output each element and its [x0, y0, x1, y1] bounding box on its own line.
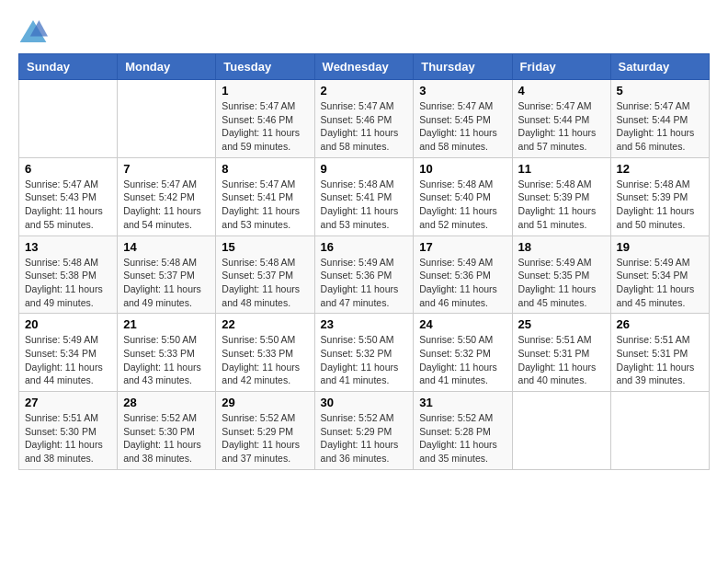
calendar-week-5: 27 Sunrise: 5:51 AM Sunset: 5:30 PM Dayl… [19, 392, 710, 470]
day-number: 26 [617, 317, 703, 331]
day-info: Sunrise: 5:47 AM Sunset: 5:41 PM Dayligh… [222, 178, 308, 232]
sunset-text: Sunset: 5:41 PM [222, 191, 293, 202]
day-info: Sunrise: 5:47 AM Sunset: 5:42 PM Dayligh… [123, 178, 210, 232]
day-number: 20 [25, 317, 111, 331]
daylight-text: Daylight: 11 hours and 45 minutes. [518, 283, 597, 308]
sunset-text: Sunset: 5:36 PM [419, 270, 491, 281]
sunrise-text: Sunrise: 5:47 AM [123, 178, 197, 190]
day-number: 28 [123, 396, 210, 409]
page-header [18, 18, 710, 44]
day-info: Sunrise: 5:48 AM Sunset: 5:38 PM Dayligh… [25, 256, 111, 310]
daylight-text: Daylight: 11 hours and 38 minutes. [123, 439, 201, 464]
daylight-text: Daylight: 11 hours and 55 minutes. [25, 205, 103, 230]
sunset-text: Sunset: 5:36 PM [321, 270, 392, 281]
day-number: 29 [222, 396, 308, 409]
sunset-text: Sunset: 5:29 PM [321, 426, 392, 437]
sunrise-text: Sunrise: 5:51 AM [518, 334, 592, 345]
day-info: Sunrise: 5:47 AM Sunset: 5:46 PM Dayligh… [222, 99, 308, 154]
sunrise-text: Sunrise: 5:48 AM [617, 178, 690, 190]
sunrise-text: Sunrise: 5:49 AM [617, 257, 690, 268]
sunrise-text: Sunrise: 5:49 AM [321, 257, 394, 268]
calendar-cell: 27 Sunrise: 5:51 AM Sunset: 5:30 PM Dayl… [19, 392, 118, 470]
column-header-thursday: Thursday [414, 54, 512, 80]
day-info: Sunrise: 5:48 AM Sunset: 5:37 PM Dayligh… [222, 256, 308, 310]
sunrise-text: Sunrise: 5:48 AM [321, 178, 394, 190]
sunset-text: Sunset: 5:34 PM [25, 348, 97, 359]
sunset-text: Sunset: 5:28 PM [419, 426, 491, 437]
daylight-text: Daylight: 11 hours and 47 minutes. [321, 283, 399, 308]
daylight-text: Daylight: 11 hours and 59 minutes. [222, 127, 300, 152]
calendar-cell: 5 Sunrise: 5:47 AM Sunset: 5:44 PM Dayli… [610, 80, 709, 158]
calendar-cell: 10 Sunrise: 5:48 AM Sunset: 5:40 PM Dayl… [414, 157, 512, 236]
sunrise-text: Sunrise: 5:50 AM [123, 334, 197, 345]
day-info: Sunrise: 5:48 AM Sunset: 5:39 PM Dayligh… [617, 178, 703, 232]
calendar-cell [118, 80, 216, 158]
daylight-text: Daylight: 11 hours and 50 minutes. [617, 205, 695, 230]
logo-icon [18, 18, 48, 44]
day-number: 5 [617, 84, 703, 98]
sunrise-text: Sunrise: 5:48 AM [123, 257, 197, 268]
sunrise-text: Sunrise: 5:47 AM [222, 178, 295, 190]
day-info: Sunrise: 5:49 AM Sunset: 5:35 PM Dayligh… [518, 256, 605, 310]
day-info: Sunrise: 5:49 AM Sunset: 5:36 PM Dayligh… [419, 256, 506, 310]
day-number: 13 [25, 240, 111, 254]
sunrise-text: Sunrise: 5:48 AM [222, 257, 295, 268]
sunset-text: Sunset: 5:44 PM [518, 114, 590, 125]
day-info: Sunrise: 5:52 AM Sunset: 5:30 PM Dayligh… [123, 411, 210, 465]
day-info: Sunrise: 5:52 AM Sunset: 5:29 PM Dayligh… [321, 411, 408, 465]
day-number: 12 [617, 162, 703, 176]
sunrise-text: Sunrise: 5:52 AM [123, 412, 197, 423]
day-info: Sunrise: 5:47 AM Sunset: 5:45 PM Dayligh… [419, 99, 506, 154]
calendar-cell: 20 Sunrise: 5:49 AM Sunset: 5:34 PM Dayl… [19, 314, 118, 392]
day-info: Sunrise: 5:47 AM Sunset: 5:43 PM Dayligh… [25, 178, 111, 232]
calendar-cell: 24 Sunrise: 5:50 AM Sunset: 5:32 PM Dayl… [414, 314, 512, 392]
calendar-cell: 22 Sunrise: 5:50 AM Sunset: 5:33 PM Dayl… [216, 314, 314, 392]
day-number: 9 [321, 162, 408, 176]
daylight-text: Daylight: 11 hours and 49 minutes. [123, 283, 201, 308]
sunrise-text: Sunrise: 5:52 AM [321, 412, 394, 423]
daylight-text: Daylight: 11 hours and 35 minutes. [419, 439, 497, 464]
daylight-text: Daylight: 11 hours and 37 minutes. [222, 439, 300, 464]
day-number: 31 [419, 396, 506, 409]
day-number: 8 [222, 162, 308, 176]
daylight-text: Daylight: 11 hours and 40 minutes. [518, 362, 597, 386]
day-number: 18 [518, 240, 605, 254]
calendar-cell: 31 Sunrise: 5:52 AM Sunset: 5:28 PM Dayl… [414, 392, 512, 470]
calendar-week-1: 1 Sunrise: 5:47 AM Sunset: 5:46 PM Dayli… [19, 80, 710, 158]
day-info: Sunrise: 5:50 AM Sunset: 5:33 PM Dayligh… [222, 333, 308, 387]
sunrise-text: Sunrise: 5:47 AM [419, 100, 493, 111]
day-info: Sunrise: 5:52 AM Sunset: 5:28 PM Dayligh… [419, 411, 506, 465]
day-info: Sunrise: 5:51 AM Sunset: 5:31 PM Dayligh… [518, 333, 605, 387]
calendar-cell: 2 Sunrise: 5:47 AM Sunset: 5:46 PM Dayli… [314, 80, 414, 158]
calendar-cell: 14 Sunrise: 5:48 AM Sunset: 5:37 PM Dayl… [118, 236, 216, 314]
calendar-week-2: 6 Sunrise: 5:47 AM Sunset: 5:43 PM Dayli… [19, 157, 710, 236]
sunrise-text: Sunrise: 5:50 AM [222, 334, 295, 345]
day-number: 27 [25, 396, 111, 409]
sunset-text: Sunset: 5:30 PM [25, 426, 97, 437]
sunrise-text: Sunrise: 5:48 AM [419, 178, 493, 190]
sunset-text: Sunset: 5:46 PM [222, 114, 293, 125]
sunrise-text: Sunrise: 5:51 AM [25, 412, 98, 423]
calendar-cell: 13 Sunrise: 5:48 AM Sunset: 5:38 PM Dayl… [19, 236, 118, 314]
daylight-text: Daylight: 11 hours and 48 minutes. [222, 283, 300, 308]
sunset-text: Sunset: 5:29 PM [222, 426, 293, 437]
day-number: 4 [518, 84, 605, 98]
day-info: Sunrise: 5:51 AM Sunset: 5:31 PM Dayligh… [617, 333, 703, 387]
day-number: 19 [617, 240, 703, 254]
sunrise-text: Sunrise: 5:49 AM [419, 257, 493, 268]
calendar-cell: 21 Sunrise: 5:50 AM Sunset: 5:33 PM Dayl… [118, 314, 216, 392]
calendar-cell: 8 Sunrise: 5:47 AM Sunset: 5:41 PM Dayli… [216, 157, 314, 236]
day-info: Sunrise: 5:50 AM Sunset: 5:33 PM Dayligh… [123, 333, 210, 387]
calendar-cell: 1 Sunrise: 5:47 AM Sunset: 5:46 PM Dayli… [216, 80, 314, 158]
day-info: Sunrise: 5:47 AM Sunset: 5:46 PM Dayligh… [321, 99, 408, 154]
day-number: 1 [222, 84, 308, 98]
calendar-cell: 29 Sunrise: 5:52 AM Sunset: 5:29 PM Dayl… [216, 392, 314, 470]
calendar-cell: 26 Sunrise: 5:51 AM Sunset: 5:31 PM Dayl… [610, 314, 709, 392]
logo [18, 18, 50, 44]
daylight-text: Daylight: 11 hours and 41 minutes. [321, 362, 399, 386]
sunset-text: Sunset: 5:39 PM [617, 191, 688, 202]
day-info: Sunrise: 5:47 AM Sunset: 5:44 PM Dayligh… [518, 99, 605, 154]
sunset-text: Sunset: 5:46 PM [321, 114, 392, 125]
day-number: 17 [419, 240, 506, 254]
daylight-text: Daylight: 11 hours and 57 minutes. [518, 127, 597, 152]
